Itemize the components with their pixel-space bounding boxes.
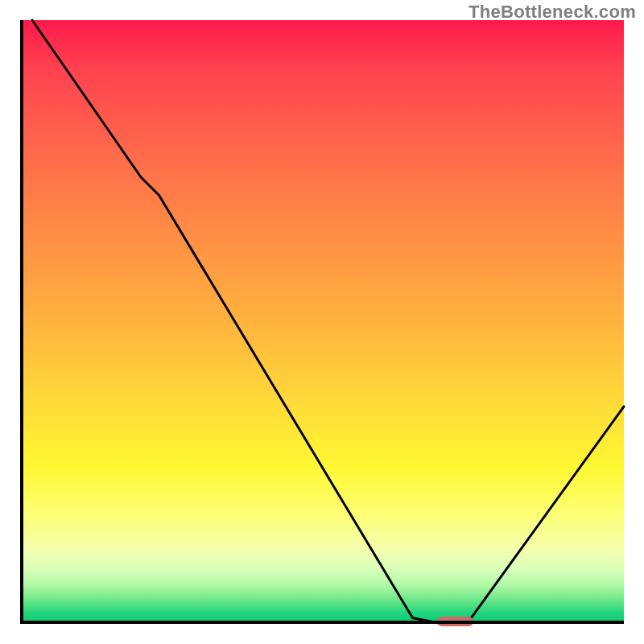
plot-area <box>20 20 624 624</box>
chart-container: TheBottleneck.com <box>0 0 644 644</box>
curve-layer <box>20 20 624 624</box>
watermark-text: TheBottleneck.com <box>469 2 636 23</box>
optimal-marker <box>437 617 473 626</box>
bottleneck-curve <box>32 20 624 624</box>
